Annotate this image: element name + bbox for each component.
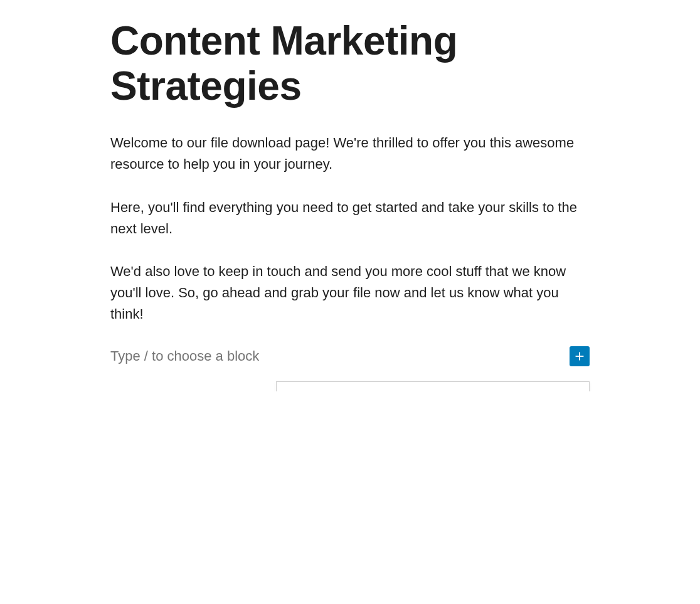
paragraph-block[interactable]: Here, you'll find everything you need to…: [110, 197, 590, 240]
paragraph-block[interactable]: Welcome to our file download page! We're…: [110, 132, 590, 175]
block-placeholder-text[interactable]: Type / to choose a block: [110, 348, 259, 364]
empty-block-row: Type / to choose a block: [110, 346, 590, 366]
plus-icon: [573, 349, 586, 363]
paragraph-block[interactable]: We'd also love to keep in touch and send…: [110, 261, 590, 325]
add-block-button[interactable]: [570, 346, 590, 366]
editor-canvas: Content Marketing Strategies Welcome to …: [55, 0, 645, 391]
inserter-search-wrap: [277, 382, 589, 391]
page-title[interactable]: Content Marketing Strategies: [110, 19, 590, 109]
block-inserter-panel: File Social Icons: [276, 381, 590, 391]
